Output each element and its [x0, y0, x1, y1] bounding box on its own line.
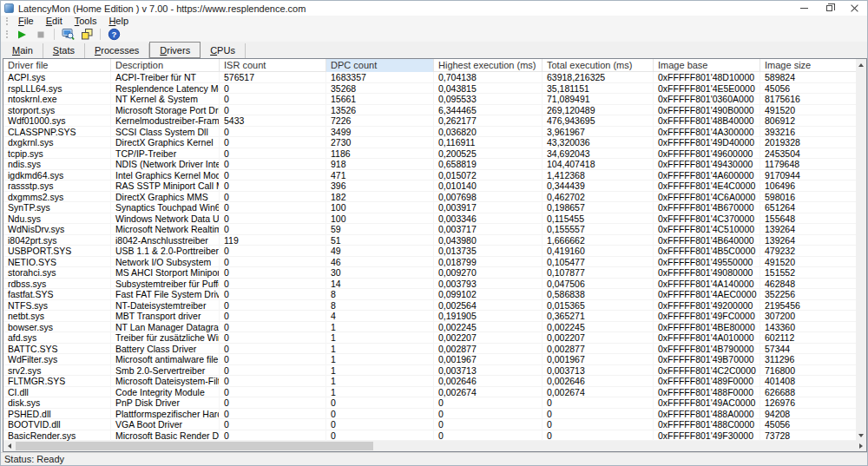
table-row[interactable]: i8042prt.sysi8042-Anschlusstreiber119510… — [3, 235, 856, 246]
cell: 15661 — [326, 94, 434, 105]
cell: 0xFFFFF801'4E4C0000 — [654, 180, 760, 192]
cell: 0 — [542, 419, 654, 430]
tab-stats[interactable]: Stats — [43, 43, 85, 58]
table-row[interactable]: PSHED.dllPlattformspezifischer Hardwar..… — [3, 409, 856, 420]
cell: 51 — [326, 235, 434, 246]
table-row[interactable]: rspLLL64.sysResplendence Latency Monit..… — [3, 83, 856, 95]
table-row[interactable]: NETIO.SYSNetwork I/O Subsystem0460,01879… — [3, 257, 856, 268]
table-row[interactable]: BATTC.SYSBattery Class Driver010,0028770… — [3, 344, 856, 355]
stop-monitor-button[interactable] — [31, 28, 50, 42]
table-row[interactable]: disk.sysPnP Disk Driver00000xFFFFF801'49… — [3, 397, 856, 409]
cell: 0,007698 — [434, 192, 542, 203]
table-row[interactable]: fastfat.SYSFast FAT File System Driver08… — [3, 289, 856, 300]
tab-processes[interactable]: Processes — [85, 43, 149, 58]
menu-file[interactable]: File — [12, 16, 40, 27]
menu-edit[interactable]: Edit — [40, 16, 69, 27]
start-monitor-button[interactable] — [12, 28, 31, 42]
analyze-button[interactable] — [58, 28, 77, 42]
cell: SynTP.sys — [3, 202, 111, 213]
table-row[interactable]: ndis.sysNDIS (Network Driver Interface..… — [3, 159, 856, 170]
table-row[interactable]: tcpip.sysTCP/IP-Treiber011860,20052534,6… — [3, 148, 856, 160]
scroll-right-button[interactable] — [855, 441, 866, 451]
table-row[interactable]: WdFilter.sysMicrosoft antimalware file s… — [3, 354, 856, 365]
toolbar-gripper — [6, 30, 9, 38]
column-header-total-execution-ms-[interactable]: Total execution (ms) — [542, 59, 654, 72]
table-row[interactable]: rdbss.sysSubsystemtreiber für Pufferun..… — [3, 279, 856, 290]
cell: 1,666662 — [542, 235, 654, 246]
close-button[interactable] — [842, 1, 867, 16]
cell: USBPORT.SYS — [3, 246, 111, 257]
table-row[interactable]: storport.sysMicrosoft Storage Port Drive… — [3, 105, 856, 116]
help-button[interactable]: ? — [104, 28, 123, 42]
scroll-left-button[interactable] — [3, 441, 15, 451]
menu-tools[interactable]: Tools — [69, 16, 103, 27]
column-header-isr-count[interactable]: ISR count — [220, 59, 326, 72]
table-row[interactable]: Wdf01000.sysKernelmodustreiber-Framewor.… — [3, 115, 856, 127]
cell: 0,095533 — [434, 94, 542, 105]
column-header-image-base[interactable]: Image base — [654, 59, 760, 72]
table-row[interactable]: FLTMGR.SYSMicrosoft Dateisystem-Filter-.… — [3, 376, 856, 387]
copy-report-button[interactable] — [77, 28, 96, 42]
scroll-down-button[interactable] — [856, 430, 866, 441]
cell: 0xFFFFF801'4C370000 — [654, 213, 760, 225]
cell: 45056 — [760, 419, 856, 430]
tab-cpus[interactable]: CPUs — [201, 43, 246, 58]
cell: Smb 2.0-Servertreiber — [111, 365, 220, 377]
tab-main[interactable]: Main — [3, 43, 43, 58]
cell: 307200 — [760, 311, 856, 322]
table-row[interactable]: BasicRender.sysMicrosoft Basic Render Dr… — [3, 430, 856, 442]
cell: 0 — [542, 397, 654, 409]
table-row[interactable]: afd.sysTreiber für zusätzliche WinSo...0… — [3, 332, 856, 344]
cell: 0 — [326, 397, 434, 409]
table-row[interactable]: Ndu.sysWindows Network Data Usag...01000… — [3, 213, 856, 225]
scroll-up-button[interactable] — [856, 59, 866, 70]
table-row[interactable]: USBPORT.SYSUSB 1.1 & 2.0-Porttreiber0490… — [3, 246, 856, 257]
restore-button[interactable] — [817, 1, 842, 16]
table-row[interactable]: dxgkrnl.sysDirectX Graphics Kernel027300… — [3, 137, 856, 148]
cell: 598016 — [760, 192, 856, 203]
menu-help[interactable]: Help — [102, 16, 135, 27]
cell: 0xFFFFF801'489F0000 — [654, 376, 760, 387]
column-header-image-size[interactable]: Image size — [760, 59, 856, 72]
table-row[interactable]: dxgmms2.sysDirectX Graphics MMS01820,007… — [3, 192, 856, 203]
column-header-highest-execution-ms-[interactable]: Highest execution (ms) — [434, 59, 542, 72]
table-row[interactable]: storahci.sysMS AHCI Storport Miniport Dr… — [3, 267, 856, 279]
vertical-scrollbar[interactable] — [856, 59, 866, 441]
cell: 0,043980 — [434, 235, 542, 246]
horizontal-scrollbar-thumb[interactable] — [16, 442, 373, 450]
table-row[interactable]: srv2.sysSmb 2.0-Servertreiber010,0037130… — [3, 365, 856, 377]
table-row[interactable]: BOOTVID.dllVGA Boot Driver00000xFFFFF801… — [3, 419, 856, 430]
cell: 35268 — [326, 83, 434, 95]
horizontal-scrollbar[interactable] — [3, 441, 866, 451]
cell: 100 — [326, 213, 434, 225]
cell: 0 — [220, 170, 326, 181]
cell: 0,018799 — [434, 257, 542, 268]
table-row[interactable]: netbt.sysMBT Transport driver040,1919050… — [3, 311, 856, 322]
column-header-dpc-count[interactable]: DPC count — [326, 59, 434, 72]
table-row[interactable]: bowser.sysNT Lan Manager Datagram R...01… — [3, 322, 856, 333]
table-row[interactable]: NTFS.sysNT-Dateisystemtreiber080,0025640… — [3, 300, 856, 312]
cell: 0xFFFFF801'4A600000 — [654, 170, 760, 181]
table-row[interactable]: ACPI.sysACPI-Treiber für NT5765171683357… — [3, 72, 856, 83]
cell: NETIO.SYS — [3, 257, 111, 268]
close-icon — [851, 4, 858, 12]
cell: 0 — [220, 180, 326, 192]
cell: Network I/O Subsystem — [111, 257, 220, 268]
table-row[interactable]: WdNisDrv.sysMicrosoft Network Realtime I… — [3, 224, 856, 235]
cell: 1 — [326, 387, 434, 398]
table-row[interactable]: CI.dllCode Integrity Module010,0026740,0… — [3, 387, 856, 398]
cell: Microsoft Basic Render Driver — [111, 430, 220, 442]
column-header-driver-file[interactable]: Driver file — [3, 59, 111, 72]
tab-drivers[interactable]: Drivers — [149, 42, 201, 58]
table-row[interactable]: igdkmd64.sysIntel Graphics Kernel Mode D… — [3, 170, 856, 181]
cell: 918 — [326, 159, 434, 170]
column-header-description[interactable]: Description — [111, 59, 220, 72]
table-row[interactable]: ntoskrnl.exeNT Kernel & System0156610,09… — [3, 94, 856, 105]
cell: 8175616 — [760, 94, 856, 105]
minimize-button[interactable] — [792, 1, 817, 16]
cell: Subsystemtreiber für Pufferun... — [111, 279, 220, 290]
table-row[interactable]: rassstp.sysRAS SSTP Miniport Call Man...… — [3, 180, 856, 192]
cell: 0xFFFFF801'4A010000 — [654, 332, 760, 344]
table-row[interactable]: CLASSPNP.SYSSCSI Class System Dll034990,… — [3, 127, 856, 138]
table-row[interactable]: SynTP.sysSynaptics Touchpad Win64 D...01… — [3, 202, 856, 213]
